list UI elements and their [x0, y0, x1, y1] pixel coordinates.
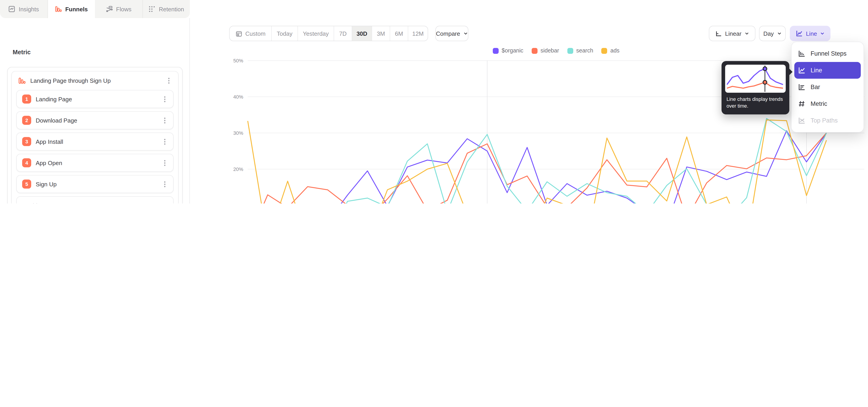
tab-label: Retention [159, 6, 184, 12]
add-step-button[interactable]: + Add Step [16, 196, 174, 204]
tab-insights[interactable]: Insights [0, 0, 48, 18]
line-chart-icon [798, 66, 806, 74]
legend-item-search[interactable]: search [567, 48, 593, 54]
legend-swatch [493, 48, 498, 54]
menu-item-bar[interactable]: Bar [794, 79, 861, 95]
date-range-segmented-control: CustomTodayYesterday7D30D3M6M12M [229, 26, 428, 41]
compare-button[interactable]: Compare [435, 26, 468, 41]
chevron-down-icon [820, 31, 825, 36]
menu-item-label: Top Paths [811, 117, 838, 124]
metric-heading: Metric [13, 49, 31, 56]
funnel-kebab-menu[interactable] [165, 77, 172, 84]
step-number-badge: 4 [22, 158, 31, 167]
range-12m[interactable]: 12M [408, 26, 428, 41]
range-3m[interactable]: 3M [372, 26, 390, 41]
tab-retention[interactable]: Retention [143, 0, 190, 18]
menu-item-metric[interactable]: Metric [794, 95, 861, 112]
granularity-select-button[interactable]: Day [759, 26, 786, 41]
step-kebab-menu[interactable] [161, 181, 168, 187]
chevron-down-icon [745, 31, 749, 36]
menu-item-label: Funnel Steps [811, 50, 846, 57]
range-6m[interactable]: 6M [390, 26, 408, 41]
menu-item-funnel-steps[interactable]: Funnel Steps [794, 45, 861, 62]
menu-item-label: Bar [811, 84, 820, 90]
tooltip-arrow [789, 68, 793, 75]
funnel-step-3[interactable]: 3App Install [16, 132, 174, 151]
linear-scale-icon [715, 30, 722, 37]
funnel-step-2[interactable]: 2Download Page [16, 111, 174, 129]
tab-funnels[interactable]: Funnels [48, 0, 95, 18]
range-custom[interactable]: Custom [230, 26, 272, 41]
step-kebab-menu[interactable] [161, 96, 168, 102]
y-axis-label: 20% [233, 166, 243, 172]
tab-label: Insights [19, 6, 39, 12]
metric-panel: Landing Page through Sign Up 1Landing Pa… [7, 67, 183, 204]
chart-legend: $organicsidebarsearchads [248, 48, 864, 54]
step-label: Landing Page [36, 96, 157, 102]
legend-label: ads [610, 48, 619, 54]
tab-label: Flows [116, 6, 131, 12]
step-label: Sign Up [36, 181, 157, 187]
range-today[interactable]: Today [272, 26, 298, 41]
funnel-card: Landing Page through Sign Up 1Landing Pa… [11, 71, 179, 204]
chart-type-menu: Funnel StepsLineBarMetricTop Paths [791, 41, 864, 132]
step-number-badge: 3 [22, 137, 31, 146]
legend-swatch [601, 48, 607, 54]
menu-item-label: Metric [811, 100, 827, 107]
y-axis-label: 50% [233, 58, 243, 64]
report-main-area: CustomTodayYesterday7D30D3M6M12M Compare… [190, 0, 868, 204]
funnel-step-1[interactable]: 1Landing Page [16, 90, 174, 108]
chevron-down-icon [777, 31, 781, 36]
step-label: App Install [36, 138, 157, 145]
tooltip-text: Line charts display trends over time. [725, 93, 786, 111]
step-label: Download Page [36, 117, 157, 124]
funnel-step-4[interactable]: 4App Open [16, 154, 174, 172]
legend-swatch [567, 48, 573, 54]
legend-item-sidebar[interactable]: sidebar [531, 48, 559, 54]
granularity-label: Day [763, 30, 774, 37]
flows-icon [106, 5, 113, 13]
range-label: Yesterday [303, 30, 329, 37]
funnels-icon [55, 5, 62, 13]
menu-item-line[interactable]: Line [794, 62, 861, 79]
chart-type-select-button[interactable]: Line [790, 26, 831, 41]
retention-icon [149, 5, 156, 13]
tooltip-preview-chart [725, 65, 786, 93]
range-yesterday[interactable]: Yesterday [298, 26, 334, 41]
range-label: 30D [356, 30, 367, 37]
legend-item-organic[interactable]: $organic [493, 48, 523, 54]
series-line-sidebar[interactable] [248, 133, 827, 204]
step-kebab-menu[interactable] [161, 160, 168, 166]
legend-item-ads[interactable]: ads [601, 48, 619, 54]
series-line-organic[interactable] [248, 131, 827, 204]
line-chart-icon [796, 30, 803, 37]
funnel-card-header[interactable]: Landing Page through Sign Up [12, 71, 178, 87]
app-window: InsightsFunnelsFlowsRetention Metric Lan… [0, 0, 868, 204]
menu-item-top-paths: Top Paths [794, 112, 861, 129]
tab-flows[interactable]: Flows [95, 0, 143, 18]
range-7d[interactable]: 7D [334, 26, 352, 41]
range-30d[interactable]: 30D [352, 26, 372, 41]
legend-swatch [531, 48, 537, 54]
insights-icon [8, 5, 16, 13]
compare-label: Compare [436, 30, 460, 37]
chart-type-label: Line [806, 30, 817, 37]
range-label: 6M [395, 30, 403, 37]
scale-label: Linear [725, 30, 741, 37]
range-label: Today [277, 30, 292, 37]
step-kebab-menu[interactable] [161, 138, 168, 145]
funnel-title: Landing Page through Sign Up [30, 77, 161, 84]
funnel-step-5[interactable]: 5Sign Up [16, 175, 174, 193]
chevron-down-icon [463, 31, 468, 36]
metric-icon [798, 100, 806, 107]
y-axis-label: 40% [233, 94, 243, 100]
legend-label: sidebar [540, 48, 559, 54]
scale-select-button[interactable]: Linear [709, 26, 755, 41]
range-label: 7D [339, 30, 346, 37]
legend-label: search [576, 48, 593, 54]
menu-item-label: Line [811, 67, 822, 74]
legend-label: $organic [502, 48, 523, 54]
top-paths-icon [798, 117, 806, 124]
step-kebab-menu[interactable] [161, 117, 168, 123]
step-number-badge: 5 [22, 180, 31, 189]
